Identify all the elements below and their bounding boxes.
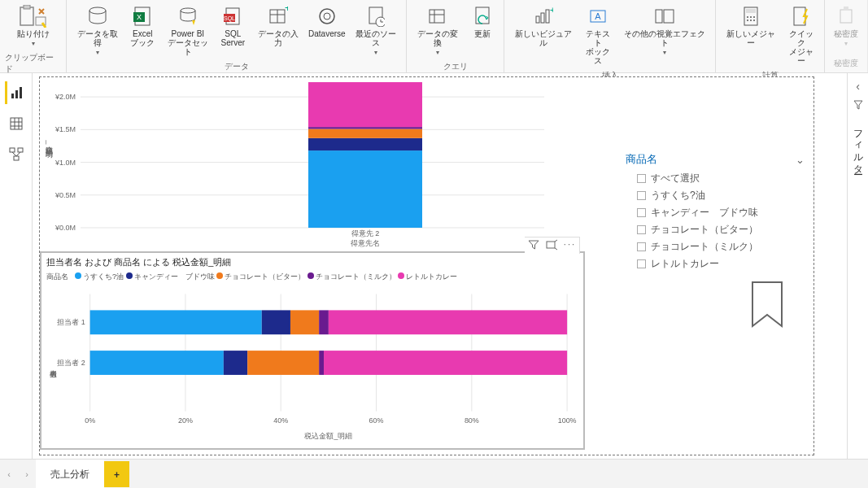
checkbox-icon[interactable]	[637, 225, 646, 234]
svg-point-37	[750, 20, 752, 21]
tab-nav: ‹ ›	[0, 469, 36, 479]
page-tab-bar: ‹ › 売上分析 +	[0, 459, 868, 488]
ribbon-group-clipboard: 貼り付け ▾ クリップボード	[0, 0, 67, 72]
svg-rect-41	[844, 7, 848, 11]
database-icon	[87, 5, 108, 28]
excel-label: Excel ブック	[130, 29, 155, 47]
enter-data-button[interactable]: +データの入力	[252, 2, 303, 50]
slicer-item[interactable]: うすくち?油	[626, 187, 805, 204]
transform-label: データの変換	[413, 29, 461, 47]
transform-icon	[428, 5, 447, 28]
svg-text:SQL: SQL	[224, 15, 235, 22]
slicer-item-label: チョコレート（ビター）	[651, 223, 758, 237]
slicer-item[interactable]: チョコレート（ミルク）	[626, 238, 805, 255]
checkbox-icon[interactable]	[637, 174, 646, 183]
paste-button[interactable]: 貼り付け ▾	[9, 2, 58, 50]
svg-rect-95	[319, 351, 324, 375]
slicer-title: 商品名 ⌄	[626, 152, 805, 170]
get-data-button[interactable]: データを取得▾	[72, 2, 123, 59]
filter-icon[interactable]	[528, 239, 539, 252]
add-page-button[interactable]: +	[104, 461, 129, 487]
tab-next-button[interactable]: ›	[25, 469, 28, 479]
recent-sources-button[interactable]: 最近のソース▾	[350, 2, 401, 59]
chevron-down-icon: ▾	[844, 40, 848, 47]
checkbox-icon[interactable]	[637, 259, 646, 268]
svg-rect-40	[840, 10, 852, 23]
sql-server-button[interactable]: SQLSQL Server	[216, 2, 249, 50]
sensitivity-button: 秘密度▾	[830, 2, 862, 50]
page-tab-active[interactable]: 売上分析	[36, 460, 104, 488]
svg-text:60%: 60%	[369, 416, 384, 425]
svg-rect-86	[90, 310, 262, 334]
ribbon-group-sensitivity: 秘密度▾ 秘密度	[825, 0, 868, 72]
more-visuals-button[interactable]: その他の視覚エフェクト▾	[619, 2, 711, 59]
bookmark-icon[interactable]	[748, 281, 787, 331]
report-page: ¥0.0M¥0.5M¥1.0M¥1.5M¥2.0M得意先 2得意先名税込金額_明…	[39, 76, 814, 455]
calculator-icon	[743, 5, 759, 28]
svg-rect-0	[20, 7, 33, 25]
filters-pane-label[interactable]: フィルター	[851, 119, 865, 169]
quick-measure-button[interactable]: クイック メジャー	[784, 2, 820, 68]
dataverse-button[interactable]: Dataverse	[307, 2, 347, 41]
slicer-item-label: チョコレート（ミルク）	[651, 240, 758, 254]
report-canvas[interactable]: ¥0.0M¥0.5M¥1.0M¥1.5M¥2.0M得意先 2得意先名税込金額_明…	[33, 73, 847, 459]
checkbox-icon[interactable]	[637, 208, 646, 217]
excel-button[interactable]: XExcel ブック	[126, 2, 159, 50]
textbox-button[interactable]: Aテキスト ボックス	[580, 2, 616, 68]
paste-label: 貼り付け	[17, 29, 50, 38]
slicer-item[interactable]: チョコレート（ビター）	[626, 221, 805, 238]
svg-rect-66	[308, 138, 422, 150]
svg-text:+: +	[550, 7, 553, 15]
svg-text:担当者 2: 担当者 2	[57, 359, 85, 367]
filters-icon[interactable]	[853, 99, 864, 112]
checkbox-icon[interactable]	[637, 191, 646, 200]
data-view-button[interactable]	[5, 112, 28, 135]
excel-icon: X	[133, 5, 151, 28]
svg-rect-96	[324, 351, 567, 375]
svg-text:X: X	[137, 13, 142, 21]
refresh-button[interactable]: 更新	[466, 2, 499, 41]
svg-rect-24	[541, 13, 544, 23]
new-measure-button[interactable]: 新しいメジャー	[721, 2, 780, 50]
slicer-item-label: うすくち?油	[651, 189, 705, 203]
legend-item: レトルトカレー	[398, 272, 457, 281]
checkbox-icon[interactable]	[637, 242, 646, 251]
svg-rect-29	[656, 10, 662, 23]
svg-text:担当者 1: 担当者 1	[57, 318, 85, 326]
pbi-dataset-label: Power BI データセット	[164, 29, 212, 56]
tab-prev-button[interactable]: ‹	[7, 469, 11, 479]
sensitivity-icon	[837, 5, 855, 28]
svg-rect-43	[15, 90, 18, 98]
svg-text:100%: 100%	[558, 416, 577, 425]
new-visual-label: 新しいビジュアル	[511, 29, 575, 47]
slicer-product[interactable]: 商品名 ⌄ すべて選択うすくち?油キャンディー ブドウ味チョコレート（ビター）チ…	[626, 152, 805, 272]
recent-label: 最近のソース	[351, 29, 399, 47]
new-measure-label: 新しいメジャー	[722, 29, 779, 47]
sql-icon: SQL	[224, 5, 242, 28]
chart-stacked-column[interactable]: ¥0.0M¥0.5M¥1.0M¥1.5M¥2.0M得意先 2得意先名税込金額_明…	[40, 77, 560, 252]
chart-stacked-bar-100pct[interactable]: ··· 担当者名 および 商品名 による 税込金額_明細 商品名 うすくち?油 …	[40, 251, 585, 450]
svg-point-36	[747, 20, 748, 21]
chevron-down-icon: ▾	[32, 40, 35, 47]
svg-text:¥0.0M: ¥0.0M	[55, 224, 76, 232]
svg-text:40%: 40%	[273, 416, 288, 425]
ribbon-group-label: データ	[225, 59, 249, 74]
chevron-down-icon[interactable]: ⌄	[796, 154, 805, 166]
focus-mode-icon[interactable]	[546, 239, 557, 252]
report-view-button[interactable]	[5, 81, 28, 104]
get-data-label: データを取得	[73, 29, 121, 47]
model-view-button[interactable]	[5, 143, 28, 166]
svg-point-16	[324, 13, 330, 20]
quick-measure-label: クイック メジャー	[786, 29, 818, 65]
svg-point-7	[181, 8, 195, 13]
new-visual-button[interactable]: +新しいビジュアル	[509, 2, 577, 50]
transform-data-button[interactable]: データの変換▾	[412, 2, 463, 59]
slicer-item[interactable]: すべて選択	[626, 170, 805, 187]
slicer-item[interactable]: キャンディー ブドウ味	[626, 204, 805, 221]
left-rail	[0, 73, 33, 459]
collapse-icon[interactable]: ‹	[856, 80, 860, 93]
slicer-item[interactable]: レトルトカレー	[626, 255, 805, 272]
pbi-dataset-button[interactable]: Power BI データセット	[162, 2, 213, 59]
svg-text:¥0.5M: ¥0.5M	[55, 191, 76, 199]
more-options-icon[interactable]: ···	[564, 239, 576, 252]
